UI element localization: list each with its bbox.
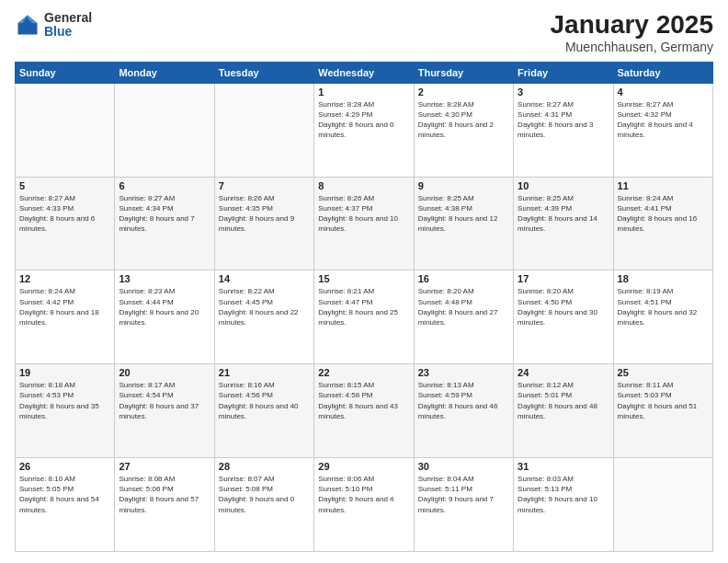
day-cell: 16Sunrise: 8:20 AM Sunset: 4:48 PM Dayli… [414,270,513,364]
day-number: 21 [219,367,310,378]
col-sunday: Sunday [16,62,115,83]
day-cell: 17Sunrise: 8:20 AM Sunset: 4:50 PM Dayli… [514,270,613,364]
calendar-subtitle: Muenchhausen, Germany [551,40,713,54]
day-number: 19 [19,367,110,378]
day-number: 2 [418,86,509,98]
day-info: Sunrise: 8:21 AM Sunset: 4:47 PM Dayligh… [318,286,409,327]
day-number: 26 [19,461,110,472]
day-cell: 31Sunrise: 8:03 AM Sunset: 5:13 PM Dayli… [514,458,613,552]
day-number: 5 [19,180,110,191]
day-cell: 26Sunrise: 8:10 AM Sunset: 5:05 PM Dayli… [16,458,115,552]
day-info: Sunrise: 8:12 AM Sunset: 5:01 PM Dayligh… [518,380,609,421]
week-row-3: 12Sunrise: 8:24 AM Sunset: 4:42 PM Dayli… [16,270,713,364]
day-cell [16,83,115,177]
day-cell: 8Sunrise: 8:26 AM Sunset: 4:37 PM Daylig… [314,177,414,270]
day-number: 30 [418,461,509,472]
page: General Blue January 2025 Muenchhausen, … [0,0,728,563]
logo-text: General Blue [44,11,92,40]
day-number: 22 [318,367,409,378]
logo-icon [15,12,40,38]
day-info: Sunrise: 8:10 AM Sunset: 5:05 PM Dayligh… [19,474,110,515]
day-number: 24 [518,367,609,378]
day-number: 11 [618,180,709,191]
day-cell: 27Sunrise: 8:08 AM Sunset: 5:06 PM Dayli… [115,458,214,552]
day-info: Sunrise: 8:13 AM Sunset: 4:59 PM Dayligh… [418,380,509,421]
day-cell: 15Sunrise: 8:21 AM Sunset: 4:47 PM Dayli… [314,270,414,364]
day-number: 31 [518,461,609,472]
title-block: January 2025 Muenchhausen, Germany [551,11,713,54]
day-cell: 20Sunrise: 8:17 AM Sunset: 4:54 PM Dayli… [115,364,214,458]
col-monday: Monday [115,62,214,83]
col-thursday: Thursday [414,62,513,83]
day-number: 1 [318,86,409,98]
day-info: Sunrise: 8:24 AM Sunset: 4:42 PM Dayligh… [19,286,110,327]
day-info: Sunrise: 8:03 AM Sunset: 5:13 PM Dayligh… [518,474,609,515]
day-cell: 11Sunrise: 8:24 AM Sunset: 4:41 PM Dayli… [613,177,712,270]
day-number: 20 [119,367,210,378]
day-number: 18 [618,273,709,284]
logo: General Blue [15,11,92,40]
day-info: Sunrise: 8:11 AM Sunset: 5:03 PM Dayligh… [618,380,709,421]
day-cell: 7Sunrise: 8:26 AM Sunset: 4:35 PM Daylig… [214,177,313,270]
col-friday: Friday [514,62,613,83]
day-cell: 6Sunrise: 8:27 AM Sunset: 4:34 PM Daylig… [115,177,214,270]
day-cell: 9Sunrise: 8:25 AM Sunset: 4:38 PM Daylig… [414,177,513,270]
day-cell: 10Sunrise: 8:25 AM Sunset: 4:39 PM Dayli… [514,177,613,270]
logo-blue: Blue [44,25,92,39]
day-number: 29 [318,461,409,472]
day-info: Sunrise: 8:19 AM Sunset: 4:51 PM Dayligh… [618,286,709,327]
day-info: Sunrise: 8:08 AM Sunset: 5:06 PM Dayligh… [119,474,210,515]
day-cell: 14Sunrise: 8:22 AM Sunset: 4:45 PM Dayli… [214,270,313,364]
day-info: Sunrise: 8:18 AM Sunset: 4:53 PM Dayligh… [19,380,110,421]
day-number: 7 [219,180,310,191]
day-number: 25 [618,367,709,378]
day-info: Sunrise: 8:06 AM Sunset: 5:10 PM Dayligh… [318,474,409,515]
day-number: 13 [119,273,210,284]
day-cell [115,83,214,177]
day-info: Sunrise: 8:25 AM Sunset: 4:39 PM Dayligh… [518,193,609,235]
day-cell [613,458,712,552]
day-info: Sunrise: 8:27 AM Sunset: 4:31 PM Dayligh… [518,99,609,141]
day-info: Sunrise: 8:27 AM Sunset: 4:33 PM Dayligh… [19,193,110,235]
day-info: Sunrise: 8:26 AM Sunset: 4:35 PM Dayligh… [219,193,310,235]
week-row-1: 1Sunrise: 8:28 AM Sunset: 4:29 PM Daylig… [16,83,713,177]
day-info: Sunrise: 8:24 AM Sunset: 4:41 PM Dayligh… [618,193,709,235]
day-cell: 30Sunrise: 8:04 AM Sunset: 5:11 PM Dayli… [414,458,513,552]
day-number: 28 [219,461,310,472]
day-cell: 19Sunrise: 8:18 AM Sunset: 4:53 PM Dayli… [16,364,115,458]
day-info: Sunrise: 8:22 AM Sunset: 4:45 PM Dayligh… [219,286,310,327]
day-number: 17 [518,273,609,284]
header: General Blue January 2025 Muenchhausen, … [15,11,713,54]
day-info: Sunrise: 8:04 AM Sunset: 5:11 PM Dayligh… [418,474,509,515]
day-info: Sunrise: 8:23 AM Sunset: 4:44 PM Dayligh… [119,286,210,327]
calendar-table: Sunday Monday Tuesday Wednesday Thursday… [15,62,713,552]
day-number: 12 [19,273,110,284]
day-cell: 3Sunrise: 8:27 AM Sunset: 4:31 PM Daylig… [514,83,613,177]
day-info: Sunrise: 8:27 AM Sunset: 4:32 PM Dayligh… [618,99,709,141]
calendar-title: January 2025 [551,11,713,40]
day-number: 23 [418,367,509,378]
day-cell: 4Sunrise: 8:27 AM Sunset: 4:32 PM Daylig… [613,83,712,177]
day-number: 9 [418,180,509,191]
day-info: Sunrise: 8:16 AM Sunset: 4:56 PM Dayligh… [219,380,310,421]
day-info: Sunrise: 8:15 AM Sunset: 4:58 PM Dayligh… [318,380,409,421]
day-number: 15 [318,273,409,284]
day-number: 6 [119,180,210,191]
day-cell: 23Sunrise: 8:13 AM Sunset: 4:59 PM Dayli… [414,364,513,458]
day-info: Sunrise: 8:25 AM Sunset: 4:38 PM Dayligh… [418,193,509,235]
col-wednesday: Wednesday [314,62,414,83]
day-number: 14 [219,273,310,284]
day-cell: 18Sunrise: 8:19 AM Sunset: 4:51 PM Dayli… [613,270,712,364]
week-row-4: 19Sunrise: 8:18 AM Sunset: 4:53 PM Dayli… [16,364,713,458]
week-row-5: 26Sunrise: 8:10 AM Sunset: 5:05 PM Dayli… [16,458,713,552]
day-cell: 13Sunrise: 8:23 AM Sunset: 4:44 PM Dayli… [115,270,214,364]
day-cell: 24Sunrise: 8:12 AM Sunset: 5:01 PM Dayli… [514,364,613,458]
day-cell: 29Sunrise: 8:06 AM Sunset: 5:10 PM Dayli… [314,458,414,552]
col-saturday: Saturday [613,62,712,83]
week-row-2: 5Sunrise: 8:27 AM Sunset: 4:33 PM Daylig… [16,177,713,270]
day-number: 27 [119,461,210,472]
day-cell: 12Sunrise: 8:24 AM Sunset: 4:42 PM Dayli… [16,270,115,364]
day-cell: 5Sunrise: 8:27 AM Sunset: 4:33 PM Daylig… [16,177,115,270]
logo-general: General [44,11,92,25]
day-cell: 1Sunrise: 8:28 AM Sunset: 4:29 PM Daylig… [314,83,414,177]
